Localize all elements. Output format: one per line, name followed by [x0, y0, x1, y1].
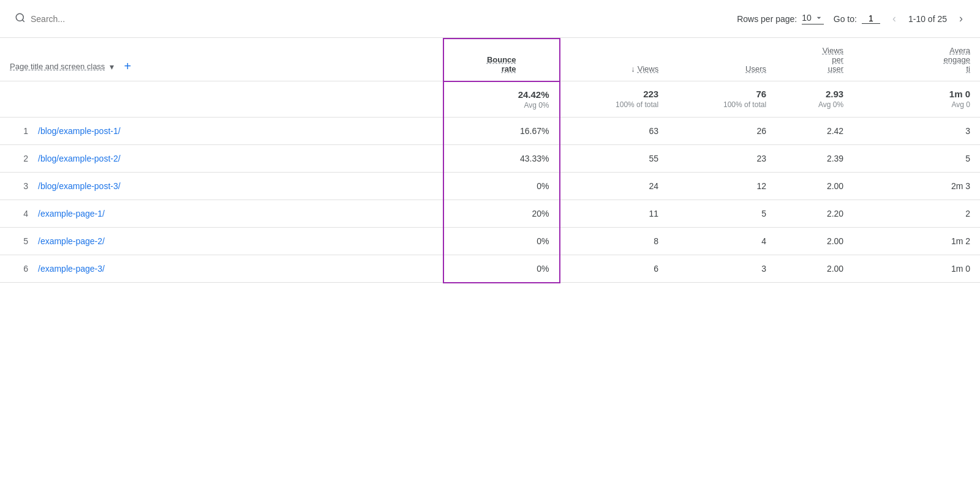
summary-views-sub: 100% of total — [570, 100, 659, 109]
page-path-link[interactable]: /example-page-1/ — [38, 209, 105, 218]
rows-label: Rows per page: — [737, 14, 797, 24]
svg-line-1 — [22, 20, 24, 21]
next-page-button[interactable]: › — [957, 10, 965, 28]
cell-bounce-rate: 20% — [443, 200, 560, 227]
summary-avg-eng-cell: 1m 0 Avg 0 — [853, 81, 980, 118]
summary-vpu-main: 2.93 — [786, 89, 843, 99]
cell-bounce-rate: 0% — [443, 172, 560, 200]
cell-dimension: 1 /blog/example-post-1/ — [0, 117, 443, 144]
summary-bounce-cell: 24.42% Avg 0% — [443, 81, 560, 118]
cell-users: 3 — [668, 255, 776, 283]
dimension-header-label[interactable]: Page title and screen class — [10, 62, 105, 71]
summary-row: 24.42% Avg 0% 223 100% of total 76 100% … — [0, 81, 980, 118]
cell-users: 23 — [668, 144, 776, 172]
bounce-rate-header-label[interactable]: Bouncerate — [487, 55, 516, 73]
col-header-views: ↓Views — [560, 39, 669, 81]
cell-dimension: 4 /example-page-1/ — [0, 200, 443, 227]
summary-views-main: 223 — [570, 89, 659, 99]
views-per-user-header-label[interactable]: Viewsperuser — [823, 46, 843, 73]
rows-per-page-label: Rows per page: 10 — [737, 13, 824, 24]
cell-views-per-user: 2.00 — [776, 255, 853, 283]
summary-eng-sub: Avg 0 — [863, 100, 970, 109]
cell-avg-engagement: 1m 2 — [853, 227, 980, 255]
col-header-views-per-user: Viewsperuser — [776, 39, 853, 81]
svg-point-0 — [16, 13, 23, 21]
cell-dimension: 3 /blog/example-post-3/ — [0, 172, 443, 200]
col-header-bounce-rate: Bouncerate — [443, 39, 560, 81]
table-wrap: Page title and screen class ▾ + Bouncera… — [0, 38, 980, 283]
cell-dimension: 6 /example-page-3/ — [0, 255, 443, 283]
col-header-dimension: Page title and screen class ▾ + — [0, 39, 443, 81]
summary-bounce-main: 24.42% — [454, 89, 549, 100]
top-bar: Rows per page: 10 Go to: ‹ 1-10 of 25 › — [0, 0, 980, 38]
cell-users: 4 — [668, 227, 776, 255]
row-number: 3 — [10, 181, 28, 191]
cell-views: 8 — [560, 227, 669, 255]
summary-views-cell: 223 100% of total — [560, 81, 669, 118]
rows-per-page-select[interactable]: 10 — [802, 13, 824, 24]
views-header-label[interactable]: Views — [638, 64, 658, 73]
cell-views: 6 — [560, 255, 669, 283]
cell-views-per-user: 2.00 — [776, 172, 853, 200]
page-path-link[interactable]: /example-page-2/ — [38, 236, 105, 246]
table-row: 1 /blog/example-post-1/ 16.67% 63 26 2.4… — [0, 117, 980, 144]
dimension-dropdown-icon[interactable]: ▾ — [110, 62, 114, 72]
cell-bounce-rate: 43.33% — [443, 144, 560, 172]
col-header-avg-engagement: Averaengageti — [853, 39, 980, 81]
cell-bounce-rate: 0% — [443, 227, 560, 255]
search-input[interactable] — [31, 14, 153, 24]
search-area — [15, 12, 729, 25]
cell-bounce-rate: 0% — [443, 255, 560, 283]
col-header-users: Users — [668, 39, 776, 81]
row-number: 6 — [10, 264, 28, 274]
cell-avg-engagement: 5 — [853, 144, 980, 172]
row-number: 4 — [10, 209, 28, 218]
table-row: 4 /example-page-1/ 20% 11 5 2.20 2 — [0, 200, 980, 227]
table-row: 2 /blog/example-post-2/ 43.33% 55 23 2.3… — [0, 144, 980, 172]
cell-avg-engagement: 1m 0 — [853, 255, 980, 283]
summary-bounce-sub: Avg 0% — [454, 101, 549, 110]
cell-views: 63 — [560, 117, 669, 144]
summary-vpu-sub: Avg 0% — [786, 100, 843, 109]
prev-page-button[interactable]: ‹ — [890, 10, 899, 28]
users-header-label[interactable]: Users — [745, 64, 766, 73]
cell-views: 24 — [560, 172, 669, 200]
data-table: Page title and screen class ▾ + Bouncera… — [0, 38, 980, 283]
cell-avg-engagement: 3 — [853, 117, 980, 144]
goto-input[interactable] — [862, 13, 880, 24]
summary-users-cell: 76 100% of total — [668, 81, 776, 118]
rows-value: 10 — [802, 13, 812, 23]
cell-users: 26 — [668, 117, 776, 144]
cell-views-per-user: 2.20 — [776, 200, 853, 227]
goto-label: Go to: — [834, 14, 857, 24]
pagination-controls: Rows per page: 10 Go to: ‹ 1-10 of 25 › — [737, 10, 965, 28]
table-header-row: Page title and screen class ▾ + Bouncera… — [0, 39, 980, 81]
goto-area: Go to: — [834, 13, 880, 24]
cell-users: 5 — [668, 200, 776, 227]
summary-dimension-cell — [0, 81, 443, 118]
page-path-link[interactable]: /blog/example-post-3/ — [38, 181, 121, 191]
search-icon — [15, 12, 26, 25]
summary-eng-main: 1m 0 — [863, 89, 970, 99]
page-info: 1-10 of 25 — [908, 14, 947, 24]
page-path-link[interactable]: /blog/example-post-2/ — [38, 154, 121, 163]
page-path-link[interactable]: /blog/example-post-1/ — [38, 126, 121, 136]
main-container: Rows per page: 10 Go to: ‹ 1-10 of 25 › — [0, 0, 980, 283]
add-dimension-button[interactable]: + — [124, 59, 131, 73]
cell-users: 12 — [668, 172, 776, 200]
table-row: 6 /example-page-3/ 0% 6 3 2.00 1m 0 — [0, 255, 980, 283]
row-number: 1 — [10, 126, 28, 136]
page-path-link[interactable]: /example-page-3/ — [38, 264, 105, 274]
cell-bounce-rate: 16.67% — [443, 117, 560, 144]
cell-views: 55 — [560, 144, 669, 172]
cell-views-per-user: 2.39 — [776, 144, 853, 172]
cell-avg-engagement: 2 — [853, 200, 980, 227]
row-number: 2 — [10, 154, 28, 163]
avg-engagement-header-label[interactable]: Averaengageti — [944, 46, 970, 73]
cell-views-per-user: 2.42 — [776, 117, 853, 144]
views-sort-icon: ↓ — [631, 64, 635, 73]
summary-views-per-user-cell: 2.93 Avg 0% — [776, 81, 853, 118]
table-row: 3 /blog/example-post-3/ 0% 24 12 2.00 2m… — [0, 172, 980, 200]
table-row: 5 /example-page-2/ 0% 8 4 2.00 1m 2 — [0, 227, 980, 255]
cell-avg-engagement: 2m 3 — [853, 172, 980, 200]
